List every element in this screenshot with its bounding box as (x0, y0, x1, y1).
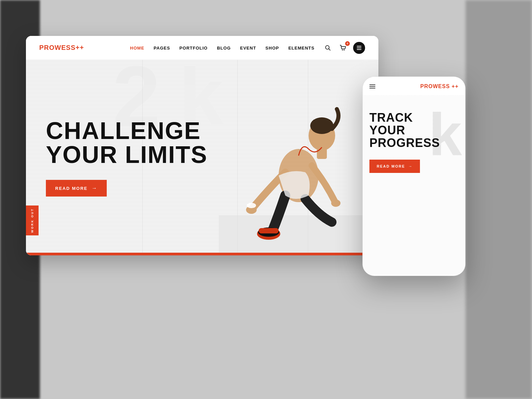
nav-link-home[interactable]: HOME (130, 46, 144, 51)
athlete-svg (219, 82, 378, 255)
hamburger-line-3 (369, 88, 375, 88)
svg-point-3 (344, 50, 345, 51)
hero-headline: CHALLENGE YOUR LIMITS (46, 119, 207, 167)
nav-item-blog[interactable]: BLOG (217, 45, 231, 51)
mobile-read-more-label: READ MORE (377, 164, 405, 168)
desktop-navbar: PROWESS ++ HOME PAGES PORTFOLIO BLOG EVE… (26, 36, 378, 60)
bottom-bar (26, 253, 378, 255)
nav-link-pages[interactable]: PAGES (154, 46, 170, 51)
desktop-read-more-button[interactable]: READ MORE → (46, 180, 107, 197)
nav-link-elements[interactable]: ELEMENTS (288, 46, 315, 51)
desktop-nav-links: HOME PAGES PORTFOLIO BLOG EVENT SHOP ELE… (130, 45, 315, 51)
svg-point-7 (310, 117, 333, 134)
desktop-mockup: PROWESS ++ HOME PAGES PORTFOLIO BLOG EVE… (26, 36, 378, 255)
mobile-headline: TRACK YOUR PROGRESS (369, 111, 459, 149)
mobile-read-more-button[interactable]: READ MORE → (369, 160, 420, 173)
mobile-headline-line2: YOUR (369, 123, 405, 137)
search-button[interactable] (323, 43, 333, 53)
logo-suffix: ++ (75, 44, 84, 52)
mobile-headline-line1: TRACK (369, 111, 413, 124)
desktop-hero: 2 k CHALLENGE YOUR LIMITS READ MORE → (26, 60, 378, 255)
nav-item-pages[interactable]: PAGES (154, 45, 170, 51)
svg-rect-4 (219, 215, 378, 255)
svg-point-14 (247, 203, 256, 208)
mobile-headline-line3: PROGRESS (369, 136, 440, 150)
menu-button[interactable] (353, 42, 365, 54)
nav-link-event[interactable]: EVENT (240, 46, 256, 51)
mobile-content: TRACK YOUR PROGRESS READ MORE → (369, 101, 459, 173)
search-icon (325, 45, 331, 51)
athlete-image (219, 82, 378, 255)
svg-point-10 (331, 200, 340, 207)
logo-text: PROWESS (39, 44, 75, 52)
headline-line2: YOUR LIMITS (46, 141, 207, 168)
mobile-logo-suffix: ++ (450, 83, 459, 89)
bg-blur-right (466, 0, 532, 399)
mobile-arrow-right-icon: → (408, 164, 413, 168)
mobile-logo: PROWESS ++ (420, 83, 459, 89)
svg-point-2 (342, 50, 343, 51)
nav-item-shop[interactable]: SHOP (265, 45, 279, 51)
mobile-hamburger-button[interactable] (369, 84, 375, 88)
desktop-logo: PROWESS ++ (39, 44, 84, 52)
nav-link-shop[interactable]: SHOP (265, 46, 279, 51)
nav-link-portfolio[interactable]: PORTFOLIO (180, 46, 208, 51)
read-more-label: READ MORE (55, 186, 87, 191)
svg-line-1 (329, 49, 331, 50)
mobile-mockup: PROWESS ++ k TRACK YOUR PROGRESS READ MO… (362, 76, 466, 276)
nav-item-event[interactable]: EVENT (240, 45, 256, 51)
nav-link-blog[interactable]: BLOG (217, 46, 231, 51)
mobile-nav: PROWESS ++ (363, 77, 465, 95)
hero-content: CHALLENGE YOUR LIMITS READ MORE → (46, 119, 207, 197)
cart-button[interactable]: 0 (338, 43, 348, 53)
side-label: WORK OUT (26, 205, 39, 235)
nav-icons: 0 (323, 42, 365, 54)
nav-item-elements[interactable]: ELEMENTS (288, 45, 315, 51)
svg-rect-13 (259, 228, 279, 233)
hamburger-line-2 (369, 86, 375, 87)
headline-line1: CHALLENGE (46, 117, 201, 144)
cart-icon (340, 45, 346, 51)
arrow-right-icon: → (91, 185, 97, 191)
nav-item-home[interactable]: HOME (130, 45, 144, 51)
mobile-logo-text: PROWESS (420, 83, 450, 89)
svg-rect-8 (317, 147, 327, 159)
mobile-hero: k TRACK YOUR PROGRESS READ MORE → (363, 95, 465, 274)
cart-badge: 0 (345, 41, 350, 46)
hamburger-icon (357, 46, 361, 50)
hamburger-line-1 (369, 84, 375, 85)
nav-item-portfolio[interactable]: PORTFOLIO (180, 45, 208, 51)
